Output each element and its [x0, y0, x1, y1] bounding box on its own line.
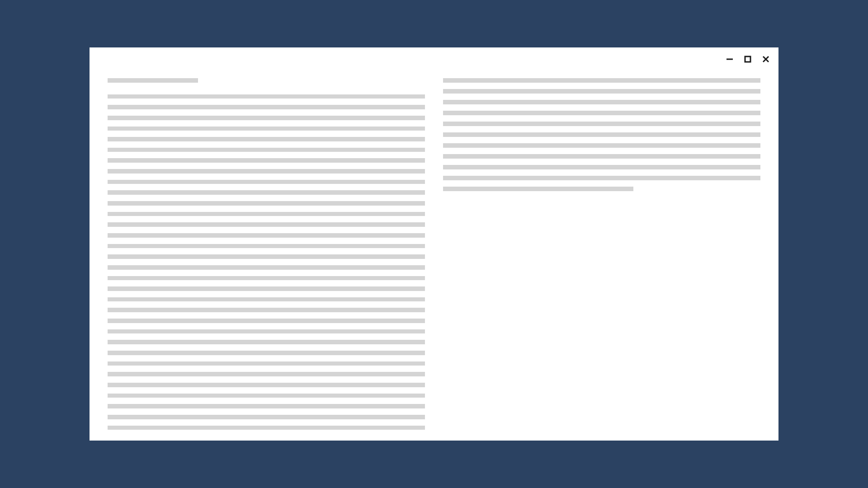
svg-rect-1: [745, 56, 750, 62]
text-line: [443, 176, 760, 180]
text-line: [108, 222, 425, 227]
text-line: [443, 187, 633, 191]
text-line: [108, 254, 425, 259]
text-line: [443, 89, 760, 94]
text-line: [443, 154, 760, 159]
minimize-button[interactable]: [725, 55, 734, 64]
text-line: [108, 127, 425, 131]
text-line: [108, 233, 425, 238]
text-line: [108, 286, 425, 291]
maximize-icon: [744, 56, 751, 63]
window-controls: [725, 55, 770, 64]
text-line: [108, 415, 425, 419]
text-line: [108, 329, 425, 334]
text-line: [108, 201, 425, 206]
app-window: [90, 47, 778, 441]
text-line: [443, 78, 760, 83]
text-line: [108, 158, 425, 163]
close-icon: [762, 56, 769, 63]
text-line: [443, 132, 760, 137]
text-line: [108, 148, 425, 152]
text-line: [108, 116, 425, 120]
right-column: [443, 78, 760, 430]
maximize-button[interactable]: [743, 55, 752, 64]
text-line: [108, 169, 425, 174]
text-line: [108, 212, 425, 216]
text-line: [108, 137, 425, 141]
text-line: [443, 165, 760, 169]
text-line: [443, 122, 760, 126]
close-button[interactable]: [761, 55, 770, 64]
text-line: [108, 394, 425, 398]
text-line: [108, 372, 425, 376]
text-line: [108, 297, 425, 302]
document-content: [108, 78, 760, 430]
text-line: [108, 426, 425, 430]
text-line: [108, 105, 425, 109]
left-column: [108, 78, 425, 430]
text-line: [108, 340, 425, 344]
minimize-icon: [726, 56, 733, 63]
text-line: [108, 190, 425, 195]
text-line: [108, 308, 425, 312]
text-line: [108, 94, 425, 99]
text-line: [108, 383, 425, 387]
text-line: [443, 100, 760, 104]
text-line: [108, 276, 425, 281]
text-line: [108, 265, 425, 270]
text-line: [108, 351, 425, 355]
title-placeholder: [108, 78, 198, 83]
text-line: [443, 111, 760, 115]
text-line: [443, 143, 760, 148]
text-line: [108, 404, 425, 408]
text-line: [108, 180, 425, 184]
text-line: [108, 244, 425, 249]
text-line: [108, 361, 425, 366]
text-line: [108, 319, 425, 323]
